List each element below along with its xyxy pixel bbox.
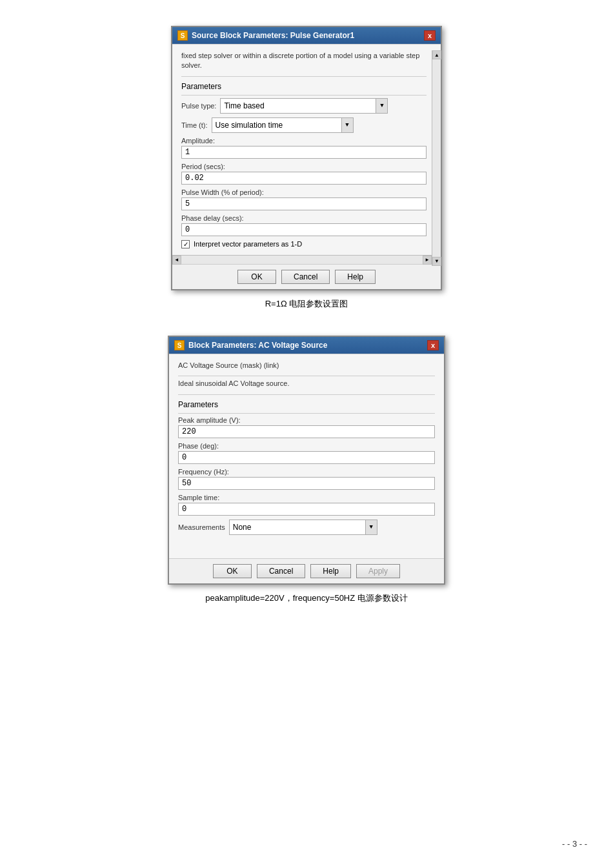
measurements-select[interactable]: None ▼: [229, 520, 377, 535]
pulse-width-input[interactable]: [181, 197, 427, 210]
dialog1-cancel-button[interactable]: Cancel: [281, 270, 330, 284]
dialog2-cancel-button[interactable]: Cancel: [257, 564, 305, 578]
scroll-up-btn[interactable]: ▲: [432, 50, 441, 59]
titlebar-left: S Source Block Parameters: Pulse Generat…: [177, 30, 354, 41]
dialog2-help-button[interactable]: Help: [310, 564, 351, 578]
time-row: Time (t): Use simulation time ▼: [181, 117, 427, 133]
dialog1-divider1: [181, 76, 427, 77]
phase-delay-row: Phase delay (secs):: [181, 214, 427, 236]
hscroll-left-btn[interactable]: ◄: [172, 256, 181, 265]
phase-input[interactable]: [178, 451, 435, 464]
dialog1-title: Source Block Parameters: Pulse Generator…: [192, 31, 354, 40]
dialog1-caption: R=1Ω 电阻参数设置图: [265, 298, 348, 310]
measurements-row: Measurements None ▼: [178, 520, 435, 535]
dialog2-divider1: [178, 376, 435, 376]
ac-voltage-dialog: S Block Parameters: AC Voltage Source x …: [168, 336, 445, 585]
phase-label: Phase (deg):: [178, 442, 435, 450]
time-label: Time (t):: [181, 121, 208, 129]
dialog1-wrapper: S Source Block Parameters: Pulse Generat…: [13, 26, 600, 310]
time-arrow[interactable]: ▼: [341, 118, 353, 132]
dialog2-wrapper: S Block Parameters: AC Voltage Source x …: [13, 336, 600, 604]
pulse-type-inline: Pulse type: Time based ▼: [181, 98, 427, 114]
measurements-label: Measurements: [178, 523, 225, 531]
dialog2-caption: peakamplitude=220V，frequency=50HZ 电源参数设计: [205, 592, 408, 604]
pulse-width-label: Pulse Width (% of period):: [181, 188, 427, 196]
frequency-input[interactable]: [178, 477, 435, 490]
period-input[interactable]: [181, 172, 427, 185]
dialog2-spacer: [178, 539, 435, 552]
time-inline: Time (t): Use simulation time ▼: [181, 117, 427, 133]
checkbox-row[interactable]: ✓ Interpret vector parameters as 1-D: [181, 240, 427, 248]
page-number: - - 3 - -: [562, 839, 587, 849]
dialog2-header2: Ideal sinusoidal AC Voltage source.: [178, 379, 435, 389]
dialog2-divider2: [178, 394, 435, 395]
dialog2-apply-button[interactable]: Apply: [356, 564, 400, 578]
dialog2-close-button[interactable]: x: [427, 340, 439, 350]
pulse-type-value: Time based: [221, 100, 376, 112]
sample-time-label: Sample time:: [178, 494, 435, 501]
dialog1-close-button[interactable]: x: [424, 30, 436, 41]
phase-row: Phase (deg):: [178, 442, 435, 464]
measurements-inline: Measurements None ▼: [178, 520, 435, 535]
hscroll-track: [181, 256, 423, 264]
measurements-arrow[interactable]: ▼: [365, 520, 377, 534]
frequency-row: Frequency (Hz):: [178, 468, 435, 490]
amplitude-input[interactable]: [181, 146, 427, 159]
dialog2-icon: S: [174, 340, 185, 350]
dialog2-header1: AC Voltage Source (mask) (link): [178, 361, 435, 370]
hscroll-right-btn[interactable]: ►: [423, 256, 432, 265]
dialog1-titlebar: S Source Block Parameters: Pulse Generat…: [172, 27, 441, 44]
amplitude-label: Amplitude:: [181, 137, 427, 145]
dialog1-body: fixed step solver or within a discrete p…: [172, 44, 441, 255]
dialog1-description: fixed step solver or within a discrete p…: [181, 51, 427, 71]
pulse-width-row: Pulse Width (% of period):: [181, 188, 427, 210]
hscroll-area: ◄ ►: [172, 255, 441, 264]
measurements-value: None: [230, 521, 365, 533]
dialog1-section-label: Parameters: [181, 79, 427, 92]
checkbox-label: Interpret vector parameters as 1-D: [194, 240, 302, 248]
phase-delay-input[interactable]: [181, 223, 427, 236]
scroll-down-btn[interactable]: ▼: [432, 257, 441, 266]
time-select[interactable]: Use simulation time ▼: [212, 117, 354, 133]
dialog1-scrollbar[interactable]: ▲ ▼: [432, 50, 441, 266]
dialog2-titlebar-left: S Block Parameters: AC Voltage Source: [174, 340, 327, 350]
amplitude-row: Amplitude:: [181, 137, 427, 159]
peak-amplitude-row: Peak amplitude (V):: [178, 416, 435, 438]
pulse-type-row: Pulse type: Time based ▼: [181, 98, 427, 114]
pulse-generator-dialog: S Source Block Parameters: Pulse Generat…: [171, 26, 442, 290]
pulse-type-label: Pulse type:: [181, 102, 216, 110]
period-row: Period (secs):: [181, 163, 427, 185]
dialog1-divider2: [181, 95, 427, 96]
sample-time-input[interactable]: [178, 503, 435, 516]
dialog2-titlebar: S Block Parameters: AC Voltage Source x: [169, 337, 444, 354]
dialog1-ok-button[interactable]: OK: [237, 270, 276, 284]
peak-amplitude-label: Peak amplitude (V):: [178, 416, 435, 424]
dialog1-btn-row: OK Cancel Help: [172, 264, 441, 289]
frequency-label: Frequency (Hz):: [178, 468, 435, 476]
dialog1-help-button[interactable]: Help: [335, 270, 376, 284]
pulse-type-arrow[interactable]: ▼: [376, 99, 387, 113]
peak-amplitude-input[interactable]: [178, 425, 435, 438]
dialog2-body: AC Voltage Source (mask) (link) Ideal si…: [169, 354, 444, 558]
period-label: Period (secs):: [181, 163, 427, 170]
dialog2-section-label: Parameters: [178, 398, 435, 410]
pulse-type-select[interactable]: Time based ▼: [220, 98, 388, 114]
dialog1-icon: S: [177, 30, 188, 41]
dialog2-title: Block Parameters: AC Voltage Source: [188, 341, 327, 350]
sample-time-row: Sample time:: [178, 494, 435, 516]
time-value: Use simulation time: [212, 119, 341, 131]
dialog2-ok-button[interactable]: OK: [213, 564, 252, 578]
dialog2-btn-row: OK Cancel Help Apply: [169, 558, 444, 583]
dialog2-divider3: [178, 413, 435, 414]
scroll-track: [432, 59, 441, 257]
interpret-checkbox[interactable]: ✓: [181, 240, 190, 248]
phase-delay-label: Phase delay (secs):: [181, 214, 427, 222]
